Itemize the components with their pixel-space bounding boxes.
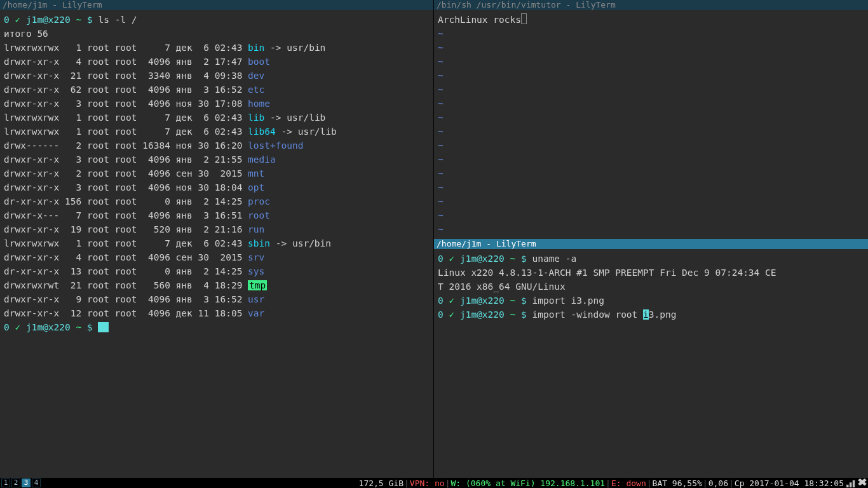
network-icon[interactable] — [846, 478, 855, 487]
statusbar: 1234 172,5 GiB| VPN: no| W: (060% at WiF… — [0, 478, 868, 488]
workspace-4[interactable]: 4 — [32, 478, 41, 487]
status-right: 172,5 GiB| VPN: no| W: (060% at WiFi) 19… — [359, 478, 867, 488]
dropbox-icon[interactable] — [858, 478, 867, 487]
status-load: 0,06 — [709, 478, 728, 488]
status-wifi: W: (060% at WiFi) 192.168.1.101 — [451, 478, 605, 488]
workspace-1[interactable]: 1 — [1, 478, 10, 487]
right-top-titlebar[interactable]: /bin/sh /usr/bin/vimtutor - LilyTerm — [434, 0, 868, 10]
status-vpn: VPN: no — [410, 478, 445, 488]
left-titlebar[interactable]: /home/j1m - LilyTerm — [0, 0, 433, 10]
right-bottom-titlebar[interactable]: /home/j1m - LilyTerm — [434, 239, 868, 249]
left-terminal[interactable]: 0 ✓ j1m@x220 ~ $ ls -l /итого 56lrwxrwxr… — [0, 10, 433, 478]
right-top-terminal[interactable]: ArchLinux rocks~~~~~~~~~~~~~~~ — [434, 10, 868, 239]
status-date: Ср 2017-01-04 18:32:05 — [735, 478, 844, 488]
right-bottom-terminal[interactable]: 0 ✓ j1m@x220 ~ $ uname -aLinux x220 4.8.… — [434, 249, 868, 478]
workspace-list: 1234 — [1, 478, 41, 487]
workspace-2[interactable]: 2 — [11, 478, 20, 487]
status-disk: 172,5 GiB — [359, 478, 403, 488]
workspace-3[interactable]: 3 — [22, 478, 31, 487]
status-bat: BAT 96,55% — [653, 478, 702, 488]
status-eth: E: down — [611, 478, 646, 488]
left-pane: /home/j1m - LilyTerm 0 ✓ j1m@x220 ~ $ ls… — [0, 0, 434, 478]
desktop: /home/j1m - LilyTerm 0 ✓ j1m@x220 ~ $ ls… — [0, 0, 868, 488]
right-pane: /bin/sh /usr/bin/vimtutor - LilyTerm Arc… — [434, 0, 868, 478]
tiling-area: /home/j1m - LilyTerm 0 ✓ j1m@x220 ~ $ ls… — [0, 0, 868, 478]
